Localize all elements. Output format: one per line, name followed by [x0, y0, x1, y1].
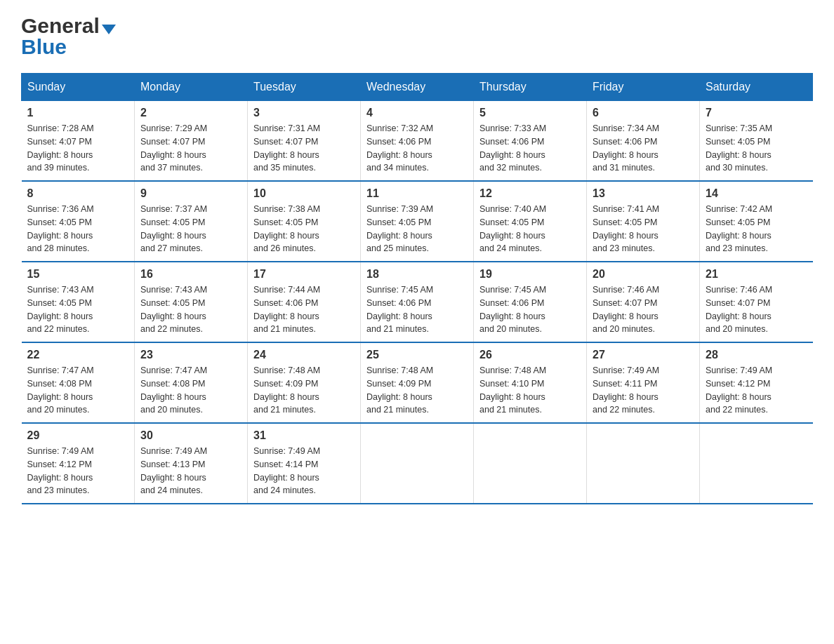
day-of-week-header: Tuesday [248, 74, 361, 101]
calendar-cell: 1Sunrise: 7:28 AMSunset: 4:07 PMDaylight… [22, 101, 135, 182]
day-info: Sunrise: 7:49 AMSunset: 4:12 PMDaylight:… [27, 445, 129, 497]
day-info: Sunrise: 7:38 AMSunset: 4:05 PMDaylight:… [253, 203, 355, 255]
calendar-week-row: 1Sunrise: 7:28 AMSunset: 4:07 PMDaylight… [22, 101, 813, 182]
day-number: 13 [593, 187, 694, 200]
day-info: Sunrise: 7:34 AMSunset: 4:06 PMDaylight:… [593, 122, 694, 175]
day-info: Sunrise: 7:47 AMSunset: 4:08 PMDaylight:… [27, 364, 129, 417]
calendar-cell: 23Sunrise: 7:47 AMSunset: 4:08 PMDayligh… [135, 342, 248, 423]
calendar-header-row: SundayMondayTuesdayWednesdayThursdayFrid… [22, 74, 813, 101]
day-info: Sunrise: 7:37 AMSunset: 4:05 PMDaylight:… [140, 203, 241, 255]
day-info: Sunrise: 7:33 AMSunset: 4:06 PMDaylight:… [479, 122, 581, 175]
day-number: 16 [140, 268, 241, 281]
day-number: 24 [253, 349, 355, 361]
day-info: Sunrise: 7:42 AMSunset: 4:05 PMDaylight:… [706, 203, 807, 255]
calendar-week-row: 22Sunrise: 7:47 AMSunset: 4:08 PMDayligh… [22, 342, 813, 423]
day-number: 30 [140, 429, 241, 442]
day-number: 28 [706, 349, 807, 361]
calendar-cell: 14Sunrise: 7:42 AMSunset: 4:05 PMDayligh… [700, 181, 813, 262]
calendar-week-row: 15Sunrise: 7:43 AMSunset: 4:05 PMDayligh… [22, 262, 813, 342]
calendar-cell [361, 423, 474, 504]
day-info: Sunrise: 7:47 AMSunset: 4:08 PMDaylight:… [140, 364, 241, 417]
day-number: 7 [706, 107, 807, 119]
day-of-week-header: Sunday [22, 74, 135, 101]
day-info: Sunrise: 7:49 AMSunset: 4:12 PMDaylight:… [706, 364, 807, 417]
calendar-cell: 11Sunrise: 7:39 AMSunset: 4:05 PMDayligh… [361, 181, 474, 262]
day-number: 12 [479, 187, 581, 200]
day-info: Sunrise: 7:39 AMSunset: 4:05 PMDaylight:… [366, 203, 468, 255]
calendar-cell: 29Sunrise: 7:49 AMSunset: 4:12 PMDayligh… [22, 423, 135, 504]
calendar-cell: 17Sunrise: 7:44 AMSunset: 4:06 PMDayligh… [248, 262, 361, 342]
day-number: 21 [706, 268, 807, 281]
day-info: Sunrise: 7:31 AMSunset: 4:07 PMDaylight:… [253, 122, 355, 175]
day-info: Sunrise: 7:35 AMSunset: 4:05 PMDaylight:… [706, 122, 807, 175]
day-number: 27 [593, 349, 694, 361]
calendar-cell: 26Sunrise: 7:48 AMSunset: 4:10 PMDayligh… [474, 342, 587, 423]
day-number: 11 [366, 187, 468, 200]
calendar-cell: 9Sunrise: 7:37 AMSunset: 4:05 PMDaylight… [135, 181, 248, 262]
day-number: 31 [253, 429, 355, 442]
day-number: 2 [140, 107, 241, 119]
day-of-week-header: Wednesday [361, 74, 474, 101]
day-number: 26 [479, 349, 581, 361]
calendar-cell: 5Sunrise: 7:33 AMSunset: 4:06 PMDaylight… [474, 101, 587, 182]
day-number: 6 [593, 107, 694, 119]
day-number: 14 [706, 187, 807, 200]
calendar-week-row: 8Sunrise: 7:36 AMSunset: 4:05 PMDaylight… [22, 181, 813, 262]
day-of-week-header: Saturday [700, 74, 813, 101]
day-number: 22 [27, 349, 129, 361]
day-info: Sunrise: 7:44 AMSunset: 4:06 PMDaylight:… [253, 283, 355, 336]
calendar-cell: 22Sunrise: 7:47 AMSunset: 4:08 PMDayligh… [22, 342, 135, 423]
day-info: Sunrise: 7:49 AMSunset: 4:11 PMDaylight:… [593, 364, 694, 417]
calendar-cell: 7Sunrise: 7:35 AMSunset: 4:05 PMDaylight… [700, 101, 813, 182]
day-info: Sunrise: 7:45 AMSunset: 4:06 PMDaylight:… [366, 283, 468, 336]
day-number: 10 [253, 187, 355, 200]
day-of-week-header: Thursday [474, 74, 587, 101]
calendar-cell: 15Sunrise: 7:43 AMSunset: 4:05 PMDayligh… [22, 262, 135, 342]
calendar-cell [587, 423, 700, 504]
day-info: Sunrise: 7:46 AMSunset: 4:07 PMDaylight:… [593, 283, 694, 336]
day-info: Sunrise: 7:40 AMSunset: 4:05 PMDaylight:… [479, 203, 581, 255]
day-info: Sunrise: 7:48 AMSunset: 4:10 PMDaylight:… [479, 364, 581, 417]
calendar-week-row: 29Sunrise: 7:49 AMSunset: 4:12 PMDayligh… [22, 423, 813, 504]
day-number: 4 [366, 107, 468, 119]
day-info: Sunrise: 7:41 AMSunset: 4:05 PMDaylight:… [593, 203, 694, 255]
day-number: 17 [253, 268, 355, 281]
calendar-table: SundayMondayTuesdayWednesdayThursdayFrid… [21, 73, 813, 504]
calendar-cell: 30Sunrise: 7:49 AMSunset: 4:13 PMDayligh… [135, 423, 248, 504]
logo-general: General [21, 14, 100, 38]
day-info: Sunrise: 7:46 AMSunset: 4:07 PMDaylight:… [706, 283, 807, 336]
day-info: Sunrise: 7:43 AMSunset: 4:05 PMDaylight:… [27, 283, 129, 336]
calendar-cell: 20Sunrise: 7:46 AMSunset: 4:07 PMDayligh… [587, 262, 700, 342]
day-info: Sunrise: 7:36 AMSunset: 4:05 PMDaylight:… [27, 203, 129, 255]
calendar-cell [700, 423, 813, 504]
calendar-cell: 18Sunrise: 7:45 AMSunset: 4:06 PMDayligh… [361, 262, 474, 342]
day-number: 9 [140, 187, 241, 200]
calendar-cell: 25Sunrise: 7:48 AMSunset: 4:09 PMDayligh… [361, 342, 474, 423]
day-number: 18 [366, 268, 468, 281]
day-info: Sunrise: 7:45 AMSunset: 4:06 PMDaylight:… [479, 283, 581, 336]
calendar-cell: 27Sunrise: 7:49 AMSunset: 4:11 PMDayligh… [587, 342, 700, 423]
day-info: Sunrise: 7:49 AMSunset: 4:13 PMDaylight:… [140, 445, 241, 497]
day-number: 1 [27, 107, 129, 119]
calendar-cell: 16Sunrise: 7:43 AMSunset: 4:05 PMDayligh… [135, 262, 248, 342]
logo: General Blue [21, 14, 116, 59]
day-info: Sunrise: 7:29 AMSunset: 4:07 PMDaylight:… [140, 122, 241, 175]
calendar-cell: 2Sunrise: 7:29 AMSunset: 4:07 PMDaylight… [135, 101, 248, 182]
calendar-cell: 4Sunrise: 7:32 AMSunset: 4:06 PMDaylight… [361, 101, 474, 182]
calendar-cell: 28Sunrise: 7:49 AMSunset: 4:12 PMDayligh… [700, 342, 813, 423]
day-info: Sunrise: 7:48 AMSunset: 4:09 PMDaylight:… [253, 364, 355, 417]
calendar-cell: 13Sunrise: 7:41 AMSunset: 4:05 PMDayligh… [587, 181, 700, 262]
logo-triangle [102, 25, 116, 34]
page-header: General Blue [21, 14, 813, 59]
day-info: Sunrise: 7:28 AMSunset: 4:07 PMDaylight:… [27, 122, 129, 175]
calendar-cell: 8Sunrise: 7:36 AMSunset: 4:05 PMDaylight… [22, 181, 135, 262]
day-info: Sunrise: 7:43 AMSunset: 4:05 PMDaylight:… [140, 283, 241, 336]
calendar-cell: 12Sunrise: 7:40 AMSunset: 4:05 PMDayligh… [474, 181, 587, 262]
day-of-week-header: Monday [135, 74, 248, 101]
day-number: 19 [479, 268, 581, 281]
calendar-cell: 19Sunrise: 7:45 AMSunset: 4:06 PMDayligh… [474, 262, 587, 342]
calendar-cell: 24Sunrise: 7:48 AMSunset: 4:09 PMDayligh… [248, 342, 361, 423]
calendar-cell: 3Sunrise: 7:31 AMSunset: 4:07 PMDaylight… [248, 101, 361, 182]
day-number: 20 [593, 268, 694, 281]
day-number: 3 [253, 107, 355, 119]
